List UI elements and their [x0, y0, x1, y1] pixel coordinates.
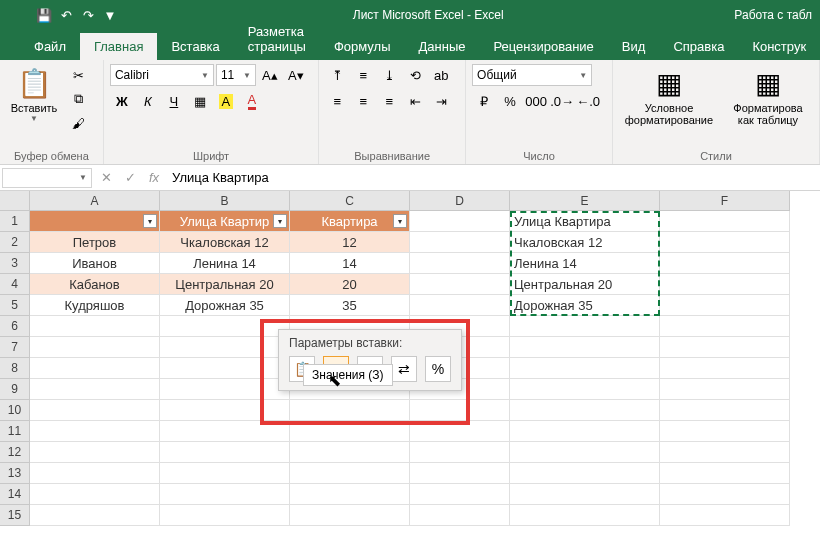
cell[interactable]: [30, 337, 160, 358]
cell[interactable]: [660, 421, 790, 442]
format-as-table-button[interactable]: ▦ Форматирова как таблицу: [723, 64, 813, 129]
cell[interactable]: [510, 484, 660, 505]
rowhead[interactable]: 2: [0, 232, 30, 253]
italic-button[interactable]: К: [136, 90, 160, 112]
cell[interactable]: [510, 442, 660, 463]
cell[interactable]: [410, 505, 510, 526]
cell[interactable]: [510, 400, 660, 421]
colhead-f[interactable]: F: [660, 191, 790, 211]
cell[interactable]: Квартира▾: [290, 211, 410, 232]
decrease-decimal-button[interactable]: ←.0: [576, 90, 600, 112]
font-color-button[interactable]: A: [240, 90, 264, 112]
tab-page-layout[interactable]: Разметка страницы: [234, 18, 320, 60]
align-center-button[interactable]: ≡: [351, 90, 375, 112]
cell[interactable]: [410, 463, 510, 484]
cell[interactable]: [410, 232, 510, 253]
border-button[interactable]: ▦: [188, 90, 212, 112]
fill-color-button[interactable]: A: [214, 90, 238, 112]
cell[interactable]: Дорожная 35: [160, 295, 290, 316]
copy-button[interactable]: ⧉: [66, 88, 90, 110]
cell[interactable]: [160, 400, 290, 421]
cell[interactable]: [160, 421, 290, 442]
filter-icon[interactable]: ▾: [273, 214, 287, 228]
tab-formulas[interactable]: Формулы: [320, 33, 405, 60]
conditional-formatting-button[interactable]: ▦ Условное форматирование: [619, 64, 719, 129]
cell[interactable]: [660, 232, 790, 253]
align-middle-button[interactable]: ≡: [351, 64, 375, 86]
underline-button[interactable]: Ч: [162, 90, 186, 112]
tab-insert[interactable]: Вставка: [157, 33, 233, 60]
cell[interactable]: [510, 505, 660, 526]
cell[interactable]: [660, 274, 790, 295]
cell[interactable]: Ленина 14: [160, 253, 290, 274]
comma-button[interactable]: 000: [524, 90, 548, 112]
cell[interactable]: [290, 400, 410, 421]
cell[interactable]: Иванов: [30, 253, 160, 274]
decrease-indent-button[interactable]: ⇤: [403, 90, 427, 112]
tab-view[interactable]: Вид: [608, 33, 660, 60]
cell[interactable]: [660, 295, 790, 316]
redo-icon[interactable]: ↷: [80, 7, 96, 23]
rowhead[interactable]: 15: [0, 505, 30, 526]
colhead-e[interactable]: E: [510, 191, 660, 211]
cell[interactable]: Кабанов: [30, 274, 160, 295]
cell[interactable]: [660, 337, 790, 358]
cell[interactable]: [660, 316, 790, 337]
format-painter-button[interactable]: 🖌: [66, 112, 90, 134]
cell[interactable]: [660, 484, 790, 505]
cell[interactable]: [660, 442, 790, 463]
save-icon[interactable]: 💾: [36, 7, 52, 23]
rowhead[interactable]: 13: [0, 463, 30, 484]
cell[interactable]: [30, 379, 160, 400]
cell[interactable]: [510, 337, 660, 358]
cell[interactable]: [660, 505, 790, 526]
cell[interactable]: Чкаловская 12: [510, 232, 660, 253]
tab-file[interactable]: Файл: [20, 33, 80, 60]
paste-button[interactable]: 📋 Вставить ▼: [6, 64, 62, 126]
font-size-combo[interactable]: 11▼: [216, 64, 256, 86]
cell[interactable]: [290, 463, 410, 484]
cell[interactable]: [660, 358, 790, 379]
qat-dropdown-icon[interactable]: ▼: [102, 7, 118, 23]
cell[interactable]: Улица Квартира: [510, 211, 660, 232]
enter-formula-button[interactable]: ✓: [118, 170, 142, 185]
rowhead[interactable]: 6: [0, 316, 30, 337]
cell[interactable]: [510, 316, 660, 337]
tab-help[interactable]: Справка: [659, 33, 738, 60]
bold-button[interactable]: Ж: [110, 90, 134, 112]
cell[interactable]: 35: [290, 295, 410, 316]
cell[interactable]: [290, 421, 410, 442]
cell[interactable]: [510, 421, 660, 442]
cell[interactable]: [30, 316, 160, 337]
rowhead[interactable]: 10: [0, 400, 30, 421]
cell[interactable]: [160, 358, 290, 379]
rowhead[interactable]: 11: [0, 421, 30, 442]
cell[interactable]: Улица Квартир▾: [160, 211, 290, 232]
cut-button[interactable]: ✂: [66, 64, 90, 86]
cancel-formula-button[interactable]: ✕: [94, 170, 118, 185]
cell[interactable]: [410, 442, 510, 463]
cell[interactable]: [660, 211, 790, 232]
rowhead[interactable]: 8: [0, 358, 30, 379]
cell[interactable]: [410, 421, 510, 442]
rowhead[interactable]: 7: [0, 337, 30, 358]
cell[interactable]: [30, 505, 160, 526]
cell[interactable]: ▾: [30, 211, 160, 232]
cell[interactable]: [660, 463, 790, 484]
rowhead[interactable]: 3: [0, 253, 30, 274]
align-top-button[interactable]: ⤒: [325, 64, 349, 86]
select-all-corner[interactable]: [0, 191, 30, 211]
cells-area[interactable]: ▾ Улица Квартир▾ Квартира▾ Улица Квартир…: [30, 211, 790, 526]
cell[interactable]: [290, 505, 410, 526]
rowhead[interactable]: 9: [0, 379, 30, 400]
cell[interactable]: [660, 400, 790, 421]
filter-icon[interactable]: ▾: [393, 214, 407, 228]
rowhead[interactable]: 4: [0, 274, 30, 295]
cell[interactable]: [510, 379, 660, 400]
rowhead[interactable]: 1: [0, 211, 30, 232]
cell[interactable]: [410, 484, 510, 505]
fx-button[interactable]: fx: [142, 170, 166, 185]
percent-button[interactable]: %: [498, 90, 522, 112]
tab-data[interactable]: Данные: [405, 33, 480, 60]
align-left-button[interactable]: ≡: [325, 90, 349, 112]
